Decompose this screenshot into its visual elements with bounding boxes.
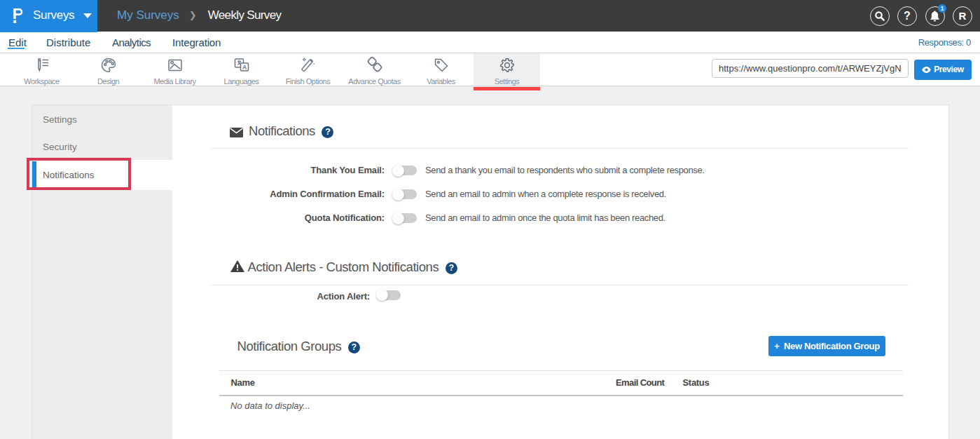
svg-text:A: A	[242, 64, 246, 71]
